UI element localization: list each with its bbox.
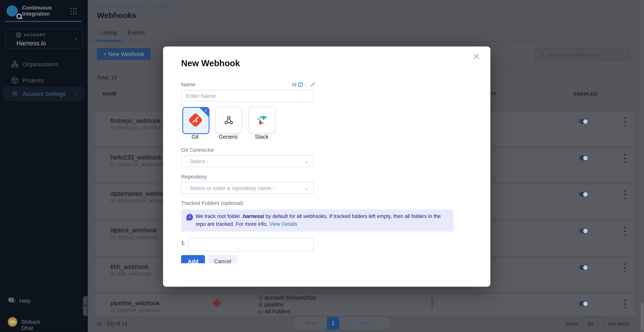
per-page-label: per page (609, 320, 630, 327)
triangle-left-icon: ◀ (84, 303, 86, 307)
module-switcher-icon[interactable] (70, 8, 77, 15)
pagination: ← Prev 1 2 Next → (293, 317, 391, 330)
vertical-scrollbar[interactable] (640, 0, 644, 332)
row-connector: account.ShibamDhar (264, 295, 316, 301)
info-icon: i (186, 214, 193, 221)
search-placeholder: Search by Webhook ID (547, 51, 602, 58)
account-name: Harness.io (16, 40, 46, 47)
info-banner: i We track root folder .harness/ by defa… (181, 210, 454, 232)
name-input-placeholder: Enter Name (186, 93, 216, 99)
row-menu-button[interactable] (622, 226, 628, 236)
folder-index: 1. (181, 240, 186, 246)
folder-icon (258, 309, 263, 314)
name-input[interactable]: Enter Name (181, 90, 314, 102)
row-menu-button[interactable] (622, 299, 628, 309)
module-accent-line (5, 21, 81, 22)
breadcrumb-account-link[interactable]: Account: Harness.io (97, 3, 143, 9)
show-label: Show (566, 320, 579, 327)
info-icon[interactable] (298, 82, 303, 87)
organizations-icon (11, 61, 18, 68)
close-icon[interactable] (472, 52, 481, 61)
name-label: Name (181, 81, 195, 88)
tab-events[interactable]: Events (127, 29, 145, 36)
next-page-button[interactable]: Next → (359, 320, 378, 326)
view-details-link[interactable]: View Details (269, 221, 298, 227)
breadcrumb-separator: › (147, 3, 148, 9)
row-menu-button[interactable] (622, 189, 628, 200)
modal-body: New Webhook Name Id : Enter Name (163, 47, 490, 263)
column-header-enabled: ENABLED (574, 91, 597, 96)
active-tab-underline (97, 40, 122, 42)
enabled-toggle[interactable] (579, 119, 588, 124)
row-folders: All Folders (264, 308, 290, 315)
row-menu-button[interactable] (622, 262, 628, 273)
id-label: Id (292, 81, 296, 88)
banner-text: We track root folder .harness/ by defaul… (196, 213, 445, 228)
tracked-folders-label: Tracked Folders (optional) (181, 200, 243, 206)
projects-cube-icon (11, 76, 18, 84)
enabled-toggle[interactable] (579, 192, 588, 197)
sidebar-collapse-handle[interactable]: ◀ (83, 296, 88, 316)
repository-label: Repository (181, 174, 207, 180)
layers-icon (16, 32, 21, 38)
sidebar-item-account-settings[interactable]: Account Settings › (3, 86, 84, 101)
help-chat-icon: ? (8, 297, 16, 304)
user-name: Shibam Dhar (22, 319, 40, 331)
gear-icon (11, 90, 18, 97)
screen: Continuous Integration ACCOUNT Harness.i… (0, 0, 644, 332)
pagination-range: (1 - 10) of 14 (97, 320, 128, 327)
enabled-toggle[interactable] (579, 301, 588, 306)
svg-text:?: ? (10, 298, 12, 302)
page-2-button[interactable]: 2 (345, 320, 348, 326)
tab-listing[interactable]: Listing (100, 29, 117, 36)
total-count: Total: 14 (97, 74, 117, 81)
breadcrumb: Account: Harness.io › Settings (97, 3, 171, 9)
repository-select[interactable]: - Select or enter a repository name - ⌄ (181, 182, 314, 194)
chevron-down-icon: ⌄ (597, 320, 600, 325)
git-icon (212, 299, 222, 308)
check-icon: ✓ (204, 108, 208, 113)
enabled-toggle[interactable] (579, 228, 588, 233)
account-label: ACCOUNT (24, 33, 46, 37)
type-card-slack[interactable] (249, 107, 275, 133)
type-label-generic: Generic (216, 134, 241, 140)
type-label-git: Git (182, 134, 208, 140)
avatar: SD (8, 317, 17, 327)
tracked-folder-input[interactable] (188, 237, 314, 251)
row-menu-button[interactable] (622, 116, 628, 127)
cancel-button[interactable]: Cancel (208, 255, 237, 263)
row-pipeline: </> pipeline (264, 301, 284, 308)
sidebar-item-projects[interactable]: Projects (3, 73, 84, 88)
search-input[interactable]: Search by Webhook ID (534, 48, 630, 61)
account-switcher[interactable]: ACCOUNT Harness.io › (5, 29, 82, 49)
breadcrumb-settings-link[interactable]: Settings (152, 3, 171, 9)
sidebar-item-organizations[interactable]: Organizations (3, 57, 84, 72)
enabled-toggle[interactable] (579, 265, 588, 270)
enabled-toggle[interactable] (579, 155, 588, 160)
edit-pencil-icon[interactable] (310, 82, 316, 87)
new-webhook-button[interactable]: + New Webhook (97, 48, 151, 60)
type-card-git[interactable]: ✓ (182, 107, 210, 134)
svg-text:</>: </> (259, 303, 262, 306)
page-title: Webhooks (97, 11, 136, 20)
chevron-down-icon: ⌄ (304, 159, 308, 164)
table-footer: (1 - 10) of 14 ← Prev 1 2 Next → Show 10… (88, 315, 644, 332)
scrollbar-thumb[interactable] (640, 302, 644, 331)
page-1-button[interactable]: 1 (327, 317, 339, 329)
type-card-generic[interactable] (216, 107, 242, 133)
help-button[interactable]: ? Help (8, 297, 16, 306)
module-title: Continuous Integration (22, 5, 68, 17)
git-connector-select[interactable]: - Select - ⌄ (181, 155, 314, 167)
chevron-right-icon: › (76, 35, 77, 42)
id-block: Id : (292, 81, 316, 88)
prev-page-button[interactable]: ← Prev (299, 320, 318, 326)
row-menu-button[interactable] (622, 153, 628, 164)
chevron-right-icon: › (75, 90, 77, 96)
slack-icon (257, 115, 267, 125)
page-size-select[interactable]: 10 ⌄ (583, 317, 604, 329)
harness-ci-logo-icon (7, 5, 18, 17)
new-webhook-modal: New Webhook Name Id : Enter Name (163, 47, 490, 287)
modal-title: New Webhook (181, 58, 240, 68)
add-button[interactable]: Add (181, 255, 205, 263)
sidebar: Continuous Integration ACCOUNT Harness.i… (0, 0, 88, 332)
